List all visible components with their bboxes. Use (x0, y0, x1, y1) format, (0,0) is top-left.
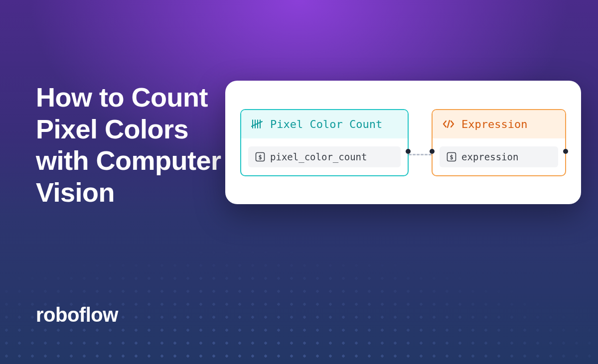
workflow-panel: Pixel Color Count $ pixel_color_count (225, 81, 581, 204)
variable-icon: $ (255, 152, 265, 162)
node-body: $ expression (433, 138, 565, 175)
code-icon (443, 119, 454, 129)
node-output[interactable]: $ expression (440, 146, 558, 167)
node-pixel-color-count[interactable]: Pixel Color Count $ pixel_color_count (240, 109, 409, 176)
connector-line (409, 154, 432, 155)
title-line-4: Vision (36, 177, 115, 207)
content-layer: How to Count Pixel Colors with Computer … (0, 0, 598, 364)
node-header: Expression (433, 110, 565, 138)
title-line-1: How to Count (36, 82, 208, 112)
svg-line-7 (448, 121, 449, 127)
tally-icon (251, 119, 263, 129)
brand-logo: roboflow (36, 304, 118, 326)
title-line-3: with Computer (36, 145, 221, 175)
node-header: Pixel Color Count (241, 110, 408, 138)
output-port[interactable] (563, 149, 568, 154)
svg-text:$: $ (449, 153, 453, 160)
title-line-2: Pixel Colors (36, 114, 188, 144)
node-output-label: pixel_color_count (270, 151, 367, 162)
node-output[interactable]: $ pixel_color_count (248, 146, 401, 167)
node-output-label: expression (461, 151, 518, 162)
node-body: $ pixel_color_count (241, 138, 408, 175)
node-expression[interactable]: Expression $ expression (432, 109, 566, 176)
node-header-label: Pixel Color Count (270, 118, 382, 130)
variable-icon: $ (447, 152, 456, 162)
svg-text:$: $ (258, 153, 262, 160)
node-header-label: Expression (461, 118, 527, 130)
page-title: How to Count Pixel Colors with Computer … (36, 82, 221, 209)
input-port[interactable] (430, 149, 435, 154)
